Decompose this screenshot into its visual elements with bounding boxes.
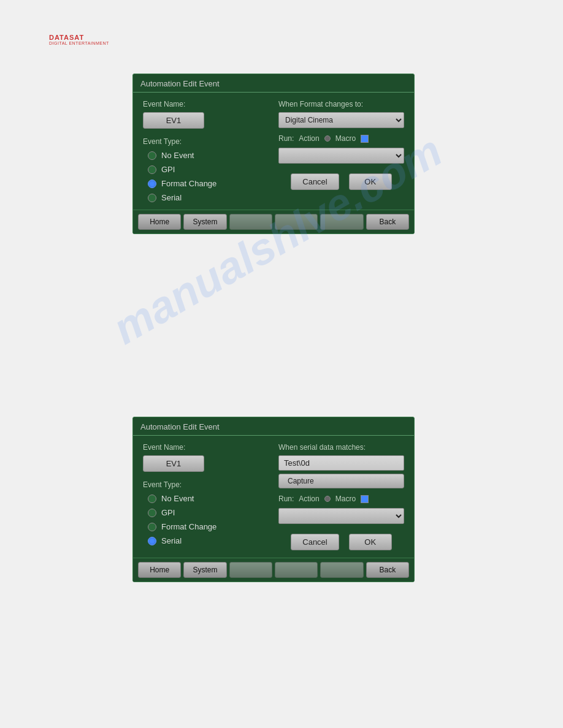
- dialog1-run-row: Run: Action Macro: [278, 134, 404, 143]
- dialog2-macro-dropdown[interactable]: [278, 508, 404, 524]
- dialog2-cancel-button[interactable]: Cancel: [291, 534, 339, 550]
- dialog1-btn3: [229, 214, 272, 230]
- dialog2-ok-button[interactable]: OK: [349, 534, 392, 550]
- dialog1-btn4: [275, 214, 318, 230]
- dialog2-event-name-button[interactable]: EV1: [143, 455, 204, 472]
- dialog2-radio-gpi-circle: [148, 509, 156, 517]
- dialog1-radio-serial-label: Serial: [161, 193, 182, 202]
- dialog2-radio-serial[interactable]: Serial: [148, 536, 269, 545]
- logo: DATASAT DIGITAL ENTERTAINMENT: [49, 34, 109, 45]
- dialog2-serial-input[interactable]: [278, 455, 404, 471]
- dialog2-home-button[interactable]: Home: [138, 562, 181, 578]
- dialog1-home-button[interactable]: Home: [138, 214, 181, 230]
- logo-line2: DIGITAL ENTERTAINMENT: [49, 41, 109, 45]
- dialog1-system-button[interactable]: System: [183, 214, 226, 230]
- dialog2-radio-no-event[interactable]: No Event: [148, 494, 269, 503]
- dialog1-ok-button[interactable]: OK: [349, 173, 392, 190]
- dialog1-footer: Home System Back: [133, 210, 414, 233]
- dialog2-macro-label: Macro: [335, 495, 356, 503]
- dialog1: Automation Edit Event Event Name: EV1 Ev…: [132, 74, 415, 234]
- dialog2-radio-serial-label: Serial: [161, 536, 182, 545]
- dialog2-when-label: When serial data matches:: [278, 443, 404, 452]
- dialog2-cancel-ok-row: Cancel OK: [278, 534, 404, 550]
- dialog1-radio-serial-circle: [148, 194, 156, 202]
- dialog1-format-dropdown[interactable]: Digital Cinema 2K 4K Flat Scope: [278, 112, 404, 128]
- dialog2-radio-gpi[interactable]: GPI: [148, 508, 269, 517]
- dialog1-event-name-label: Event Name:: [143, 100, 269, 108]
- dialog1-macro-checkbox[interactable]: [361, 135, 369, 143]
- dialog2-title: Automation Edit Event: [133, 417, 414, 436]
- dialog1-title: Automation Edit Event: [133, 74, 414, 93]
- dialog2-capture-button[interactable]: Capture: [278, 474, 404, 488]
- dialog2-radio-format-change-label: Format Change: [161, 522, 216, 531]
- dialog1-cancel-button[interactable]: Cancel: [291, 173, 339, 190]
- dialog2-radio-gpi-label: GPI: [161, 508, 175, 517]
- dialog1-radio-no-event-circle: [148, 151, 156, 160]
- logo-line1: DATASAT: [49, 34, 109, 41]
- dialog1-run-label: Run:: [278, 134, 294, 143]
- dialog1-radio-format-change-circle: [148, 180, 156, 188]
- dialog1-radio-no-event-label: No Event: [161, 151, 194, 160]
- dialog2-action-dot[interactable]: [324, 496, 331, 502]
- dialog2-event-type-label: Event Type:: [143, 480, 269, 489]
- dialog2-radio-format-change[interactable]: Format Change: [148, 522, 269, 531]
- dialog2-event-name-label: Event Name:: [143, 443, 269, 452]
- dialog2-run-row: Run: Action Macro: [278, 495, 404, 503]
- dialog2-radio-group: No Event GPI Format Change: [148, 494, 269, 545]
- dialog2-radio-no-event-label: No Event: [161, 494, 194, 503]
- dialog2-macro-checkbox[interactable]: [361, 495, 369, 503]
- dialog1-radio-format-change[interactable]: Format Change: [148, 179, 269, 188]
- dialog2-back-button[interactable]: Back: [366, 562, 409, 578]
- dialog1-btn5: [320, 214, 363, 230]
- dialog1-when-label: When Format changes to:: [278, 100, 404, 108]
- dialog2-radio-serial-circle: [148, 537, 156, 545]
- dialog1-action-dot[interactable]: [324, 135, 331, 142]
- dialog1-cancel-ok-row: Cancel OK: [278, 173, 404, 190]
- dialog2-btn3: [229, 562, 272, 578]
- dialog1-radio-format-change-label: Format Change: [161, 179, 216, 188]
- dialog1-macro-dropdown[interactable]: [278, 148, 404, 164]
- dialog2-system-button[interactable]: System: [183, 562, 226, 578]
- dialog2: Automation Edit Event Event Name: EV1 Ev…: [132, 417, 415, 582]
- dialog2-btn5: [320, 562, 363, 578]
- dialog1-radio-gpi-label: GPI: [161, 165, 175, 174]
- dialog1-event-name-button[interactable]: EV1: [143, 112, 204, 129]
- dialog1-radio-serial[interactable]: Serial: [148, 193, 269, 202]
- dialog1-macro-label: Macro: [335, 134, 356, 143]
- dialog1-radio-gpi[interactable]: GPI: [148, 165, 269, 174]
- dialog2-action-label: Action: [299, 495, 319, 503]
- dialog1-action-label: Action: [299, 134, 319, 143]
- dialog2-radio-format-change-circle: [148, 523, 156, 531]
- dialog2-radio-no-event-circle: [148, 495, 156, 503]
- dialog1-radio-group: No Event GPI Format Change: [148, 151, 269, 202]
- dialog2-btn4: [275, 562, 318, 578]
- dialog1-radio-gpi-circle: [148, 165, 156, 174]
- dialog1-radio-no-event[interactable]: No Event: [148, 151, 269, 160]
- dialog1-event-type-label: Event Type:: [143, 137, 269, 146]
- dialog1-back-button[interactable]: Back: [366, 214, 409, 230]
- dialog2-footer: Home System Back: [133, 558, 414, 582]
- dialog2-run-label: Run:: [278, 495, 294, 503]
